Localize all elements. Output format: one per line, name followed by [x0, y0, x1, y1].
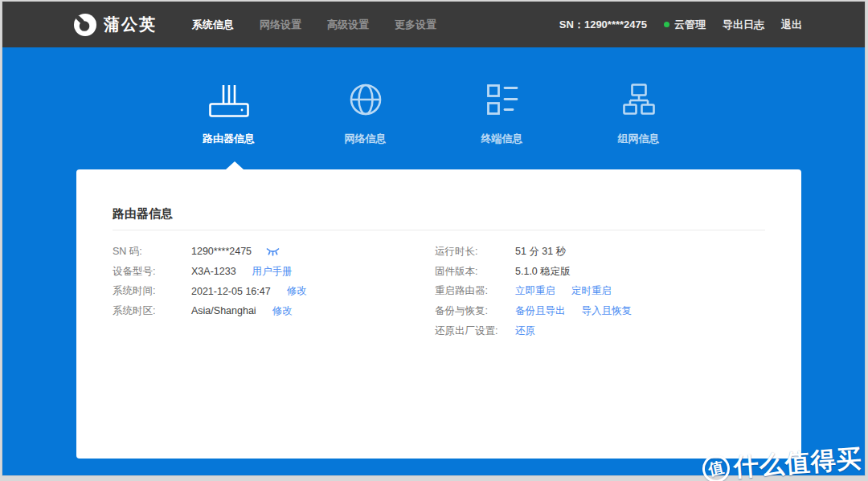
export-log-link[interactable]: 导出日志: [723, 18, 764, 32]
dandelion-logo-icon: [74, 14, 96, 36]
field-backup-restore: 备份与恢复: 备份且导出 导入且恢复: [435, 301, 772, 321]
backup-export-link[interactable]: 备份且导出: [515, 304, 566, 318]
field-label: 重启路由器:: [435, 284, 515, 298]
field-value: X3A-1233: [191, 266, 236, 277]
tab-terminal-info[interactable]: 终端信息: [461, 80, 544, 146]
field-label: SN 码:: [113, 245, 191, 259]
field-firmware: 固件版本: 5.1.0 稳定版: [435, 262, 772, 282]
reveal-sn-eye-icon[interactable]: [266, 247, 280, 256]
tab-label: 组网信息: [597, 132, 681, 146]
field-value: 2021-12-05 16:47: [191, 286, 271, 297]
top-navbar: 蒲公英 系统信息 网络设置 高级设置 更多设置 SN：1290****2475 …: [2, 2, 865, 47]
menu-item-more-settings[interactable]: 更多设置: [382, 2, 449, 47]
tab-network-info[interactable]: 网络信息: [324, 80, 407, 146]
tab-networking-info[interactable]: 组网信息: [597, 80, 681, 146]
field-value: 5.1.0 稳定版: [515, 265, 571, 279]
card-title: 路由器信息: [113, 205, 765, 222]
router-icon: [187, 80, 271, 119]
cloud-management-link[interactable]: 云管理: [664, 18, 706, 32]
field-label: 备份与恢复:: [435, 304, 515, 318]
globe-icon: [324, 80, 407, 119]
navbar-right: SN：1290****2475 云管理 导出日志 退出: [559, 18, 802, 32]
field-label: 系统时间:: [113, 284, 191, 298]
menu-item-network-settings[interactable]: 网络设置: [247, 2, 314, 47]
router-info-card: 路由器信息 SN 码: 1290****2475: [76, 169, 801, 459]
brand: 蒲公英: [74, 14, 157, 36]
field-label: 运行时长:: [435, 245, 515, 259]
import-restore-link[interactable]: 导入且恢复: [582, 304, 633, 318]
terminal-list-icon: [461, 80, 544, 119]
logout-link[interactable]: 退出: [781, 18, 802, 32]
card-divider: [113, 230, 765, 230]
content-area: 路由器信息 网络信息: [2, 47, 865, 475]
field-device-model: 设备型号: X3A-1233 用户手册: [113, 262, 410, 282]
navbar-sn-text: SN：1290****2475: [559, 18, 647, 32]
main-menu: 系统信息 网络设置 高级设置 更多设置: [179, 2, 449, 47]
card-left-column: SN 码: 1290****2475 设备型号: X3A-1233: [113, 242, 410, 321]
factory-reset-link[interactable]: 还原: [515, 324, 535, 338]
field-sn: SN 码: 1290****2475: [113, 242, 410, 262]
field-value: 1290****2475: [191, 246, 252, 257]
card-right-column: 运行时长: 51 分 31 秒 固件版本: 5.1.0 稳定版 重启路由器: 立…: [435, 242, 772, 340]
field-factory-reset: 还原出厂设置: 还原: [435, 321, 772, 341]
field-uptime: 运行时长: 51 分 31 秒: [435, 242, 772, 262]
reboot-now-link[interactable]: 立即重启: [515, 284, 555, 298]
network-topology-icon: [597, 80, 681, 119]
menu-item-advanced-settings[interactable]: 高级设置: [314, 2, 382, 47]
modify-time-link[interactable]: 修改: [287, 284, 307, 298]
tab-label: 网络信息: [324, 132, 407, 146]
tab-label: 终端信息: [461, 132, 544, 146]
field-timezone: 系统时区: Asia/Shanghai 修改: [113, 301, 410, 321]
field-reboot: 重启路由器: 立即重启 定时重启: [435, 281, 772, 301]
tab-label: 路由器信息: [187, 132, 271, 146]
field-value: 51 分 31 秒: [515, 245, 566, 259]
online-status-dot-icon: [664, 22, 669, 27]
modify-timezone-link[interactable]: 修改: [272, 304, 293, 318]
field-label: 还原出厂设置:: [435, 324, 515, 338]
field-label: 固件版本:: [435, 265, 515, 279]
field-system-time: 系统时间: 2021-12-05 16:47 修改: [113, 281, 410, 301]
active-tab-pointer: [226, 161, 244, 169]
field-label: 系统时区:: [113, 304, 191, 318]
page-frame: 蒲公英 系统信息 网络设置 高级设置 更多设置 SN：1290****2475 …: [2, 2, 865, 475]
field-label: 设备型号:: [113, 265, 191, 279]
brand-name: 蒲公英: [104, 14, 157, 35]
tab-router-info[interactable]: 路由器信息: [187, 80, 271, 146]
user-manual-link[interactable]: 用户手册: [252, 265, 293, 279]
menu-item-system-info[interactable]: 系统信息: [179, 2, 247, 47]
info-tabs: 路由器信息 网络信息: [2, 80, 865, 146]
field-value: Asia/Shanghai: [191, 305, 256, 316]
scheduled-reboot-link[interactable]: 定时重启: [571, 284, 612, 298]
